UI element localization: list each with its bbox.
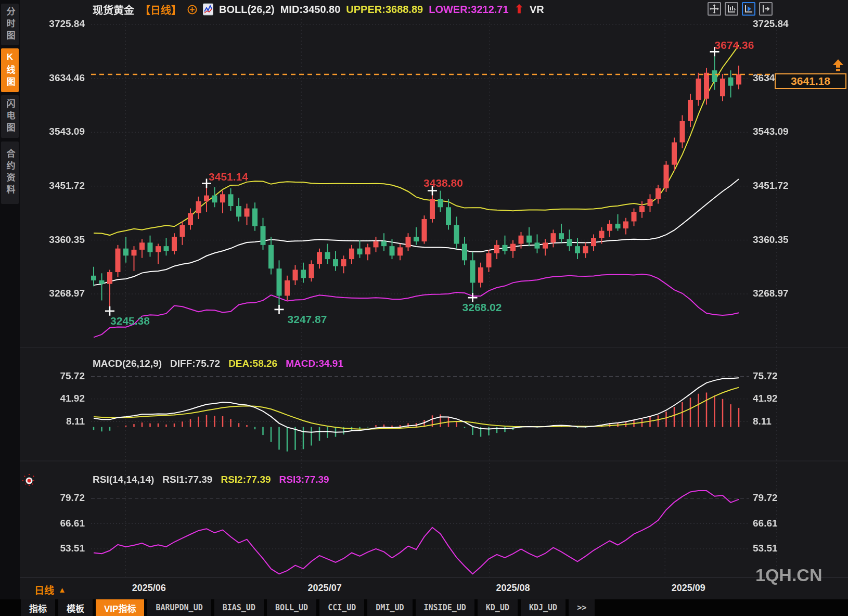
tab-dmi_ud[interactable]: DMI_UD xyxy=(367,599,412,616)
rsi3-value: RSI3:77.39 xyxy=(279,474,329,485)
add-circle-icon[interactable] xyxy=(187,5,197,15)
macd-name: MACD(26,12,9) xyxy=(93,358,162,369)
rsi-header: RSI(14,14,14) RSI1:77.39 RSI2:77.39 RSI3… xyxy=(93,474,329,485)
indicator-chart-icon xyxy=(203,3,213,16)
chart-canvas[interactable] xyxy=(0,0,848,579)
watermark: 1QH.CN xyxy=(755,565,822,585)
x-axis-strip: 日线 ▲ 2025/062025/072025/082025/09 xyxy=(20,578,848,600)
boll-upper-value: UPPER:3688.89 xyxy=(346,4,423,16)
sidebar-item-0[interactable]: 分时图 xyxy=(1,4,19,45)
x-axis-label: 2025/07 xyxy=(308,583,342,594)
x-axis-label: 2025/06 xyxy=(132,583,166,594)
up-arrow-icon: ⬆ xyxy=(515,4,524,15)
tab-kdj_ud[interactable]: KDJ_UD xyxy=(521,599,566,616)
price-up-arrow-icon xyxy=(830,59,846,76)
tab-inside_ud[interactable]: INSIDE_UD xyxy=(416,599,474,616)
tab-[interactable]: 指标 xyxy=(21,599,55,616)
crosshair-move-icon[interactable] xyxy=(708,2,721,16)
axis-play-icon[interactable] xyxy=(742,2,755,16)
chart-toolbar xyxy=(708,2,773,16)
alert-sun-icon[interactable] xyxy=(22,473,36,490)
last-price-value: 3641.18 xyxy=(791,75,830,87)
indicator-tabbar: 指标模板VIP指标BARUPDN_UDBIAS_UDBOLL_UDCCI_UDD… xyxy=(0,599,848,616)
tab-bias_ud[interactable]: BIAS_UD xyxy=(214,599,264,616)
macd-value: MACD:34.91 xyxy=(286,358,343,369)
chart-header: 现货黄金 【日线】 BOLL(26,2) MID:3450.80 UPPER:3… xyxy=(93,3,544,16)
vr-label: VR xyxy=(530,4,544,16)
boll-mid-value: MID:3450.80 xyxy=(280,4,341,16)
tab-barupdn_ud[interactable]: BARUPDN_UD xyxy=(147,599,211,616)
sidebar-item-2[interactable]: 闪电图 xyxy=(1,95,19,138)
period-selector[interactable]: 日线 ▲ xyxy=(34,583,66,597)
tab-boll_ud[interactable]: BOLL_UD xyxy=(267,599,316,616)
tab-vip[interactable]: VIP指标 xyxy=(96,599,144,616)
tab-[interactable]: >> xyxy=(569,599,595,616)
period-selector-label: 日线 xyxy=(34,583,54,597)
rsi2-value: RSI2:77.39 xyxy=(221,474,271,485)
panel-collapse-icon[interactable] xyxy=(759,2,773,16)
x-axis-label: 2025/09 xyxy=(672,583,705,594)
triangle-up-icon: ▲ xyxy=(58,585,66,594)
boll-lower-value: LOWER:3212.71 xyxy=(429,4,508,16)
rsi1-value: RSI1:77.39 xyxy=(162,474,212,485)
tab-cci_ud[interactable]: CCI_UD xyxy=(319,599,364,616)
macd-diff-value: DIFF:75.72 xyxy=(170,358,220,369)
period-tag: 【日线】 xyxy=(140,2,182,17)
instrument-title: 现货黄金 xyxy=(93,2,134,17)
sidebar: 分时图K线图闪电图合约资料 xyxy=(0,0,20,599)
tab-[interactable]: 模板 xyxy=(58,599,93,616)
tab-kd_ud[interactable]: KD_UD xyxy=(478,599,518,616)
axis-scale-icon[interactable] xyxy=(725,2,738,16)
macd-header: MACD(26,12,9) DIFF:75.72 DEA:58.26 MACD:… xyxy=(93,358,343,369)
rsi-name: RSI(14,14,14) xyxy=(93,474,154,485)
boll-label: BOLL(26,2) xyxy=(219,4,275,16)
sidebar-item-3[interactable]: 合约资料 xyxy=(1,142,19,204)
macd-dea-value: DEA:58.26 xyxy=(228,358,277,369)
x-axis-label: 2025/08 xyxy=(496,583,530,594)
sidebar-item-1[interactable]: K线图 xyxy=(1,48,19,92)
